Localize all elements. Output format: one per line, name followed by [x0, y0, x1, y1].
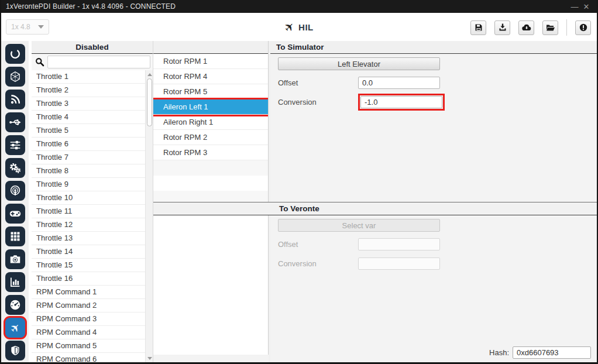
transfer-item-label: Rotor RPM 3 — [163, 148, 207, 157]
shield-icon — [9, 345, 21, 356]
disabled-list-item[interactable]: Throttle 3 — [32, 97, 145, 111]
sidebar-item-ring[interactable] — [5, 44, 25, 64]
disabled-list-item[interactable]: RPM Command 6 — [32, 353, 145, 363]
sidebar-item-gauge[interactable] — [5, 295, 25, 315]
sidebar-item-joystick[interactable] — [5, 204, 25, 224]
cloud-download-button[interactable] — [518, 20, 534, 35]
scrollbar[interactable] — [145, 70, 153, 363]
rss-icon — [9, 94, 21, 105]
veronte-offset-label: Offset — [278, 240, 358, 249]
disabled-list-item[interactable]: Throttle 1 — [32, 70, 145, 84]
transfer-list-item[interactable]: Aileron Left 1 — [153, 99, 268, 115]
disabled-list-item[interactable]: Throttle 4 — [32, 111, 145, 124]
conversion-input[interactable] — [360, 96, 442, 108]
transfer-column: Rotor RPM 1Rotor RPM 4Rotor RPM 5Aileron… — [153, 41, 269, 202]
transfer-item-label: Rotor RPM 5 — [163, 87, 207, 96]
sidebar-item-sensor[interactable] — [5, 181, 25, 201]
search-input[interactable] — [47, 56, 150, 68]
disabled-list-item[interactable]: Throttle 13 — [32, 232, 145, 245]
open-file-button[interactable] — [542, 20, 558, 35]
export-button[interactable] — [494, 20, 510, 35]
joystick-icon — [9, 207, 22, 220]
sidebar-item-hil[interactable]: ✈ — [5, 318, 25, 338]
offset-input[interactable] — [358, 77, 440, 89]
disabled-list-item[interactable]: Throttle 16 — [32, 272, 145, 286]
scroll-down-icon[interactable] — [147, 357, 152, 360]
close-button[interactable]: ✕ — [580, 2, 592, 11]
sidebar-item-safety[interactable] — [5, 341, 25, 360]
disabled-list-item[interactable]: Throttle 9 — [32, 178, 145, 191]
version-dropdown[interactable]: 1x 4.8 — [6, 19, 49, 35]
veronte-variable-button[interactable]: Select var — [278, 219, 440, 232]
disabled-list: Throttle 1Throttle 2Throttle 3Throttle 4… — [32, 70, 145, 363]
disabled-list-item[interactable]: Throttle 15 — [32, 259, 145, 272]
save-button[interactable] — [470, 20, 486, 35]
sidebar-item-usb[interactable] — [5, 112, 25, 132]
sidebar: ✈ — [1, 41, 32, 363]
veronte-offset-input[interactable] — [358, 238, 440, 250]
grid-icon — [9, 231, 21, 242]
disabled-list-item[interactable]: Throttle 6 — [32, 138, 145, 151]
transfer-list-item[interactable]: Rotor RPM 2 — [153, 130, 268, 145]
transfer-list-item[interactable]: Rotor RPM 5 — [153, 84, 268, 99]
bar-chart-icon — [9, 276, 21, 288]
scroll-up-icon[interactable] — [147, 73, 152, 76]
disabled-list-item[interactable]: Throttle 10 — [32, 191, 145, 205]
veronte-conversion-row: Conversion — [278, 256, 597, 270]
camera-icon — [9, 253, 22, 266]
mesh-hexagon-icon — [9, 70, 22, 83]
minimize-button[interactable]: — — [569, 2, 580, 11]
veronte-offset-row: Offset — [278, 237, 597, 251]
search-row — [32, 54, 153, 70]
transfer-list-item[interactable]: Rotor RPM 4 — [153, 69, 268, 84]
disabled-list-item[interactable]: RPM Command 2 — [32, 299, 145, 313]
sidebar-item-telemetry[interactable] — [5, 90, 25, 109]
sensor-antenna-icon — [9, 184, 22, 197]
plane-icon: ✈ — [282, 19, 297, 35]
disabled-list-item[interactable]: Throttle 8 — [32, 164, 145, 178]
usb-icon — [9, 116, 22, 129]
sidebar-item-automations[interactable] — [5, 158, 25, 178]
disabled-list-item[interactable]: RPM Command 3 — [32, 313, 145, 326]
titlebar: 1xVerontePDI Builder - 1x v4.8 4096 - CO… — [1, 0, 597, 13]
disabled-list-item[interactable]: Throttle 2 — [32, 84, 145, 97]
transfer-item-label: Aileron Right 1 — [163, 118, 213, 126]
offset-row: Offset — [278, 75, 597, 90]
main-area: Rotor RPM 1Rotor RPM 4Rotor RPM 5Aileron… — [153, 41, 597, 363]
empty-row — [153, 191, 268, 202]
info-button[interactable] — [575, 20, 591, 35]
disabled-list-item[interactable]: Throttle 5 — [32, 124, 145, 138]
disabled-list-item[interactable]: Throttle 11 — [32, 205, 145, 218]
disabled-list-item[interactable]: RPM Command 5 — [32, 339, 145, 353]
to-simulator-panel: To Simulator Left Elevator Offset Conver… — [269, 41, 597, 202]
disabled-list-item[interactable]: Throttle 12 — [32, 218, 145, 232]
sidebar-item-mesh[interactable] — [5, 67, 25, 87]
disabled-list-wrap: Throttle 1Throttle 2Throttle 3Throttle 4… — [32, 70, 153, 363]
to-veronte-panel: To Veronte Select var Offset Conversion — [153, 202, 597, 363]
disabled-list-item[interactable]: Throttle 14 — [32, 245, 145, 259]
sidebar-item-matrix[interactable] — [5, 226, 25, 246]
hash-input[interactable] — [513, 346, 591, 359]
toolbar-actions — [470, 19, 591, 36]
to-simulator-header: To Simulator — [270, 41, 597, 54]
transfer-item-label: Rotor RPM 2 — [163, 133, 207, 142]
simulator-variable-button[interactable]: Left Elevator — [278, 57, 440, 70]
disabled-list-item[interactable]: RPM Command 4 — [32, 326, 145, 339]
version-dropdown-value: 1x 4.8 — [11, 23, 30, 31]
disabled-list-item[interactable]: RPM Command 1 — [32, 286, 145, 299]
sidebar-item-charts[interactable] — [5, 272, 25, 292]
transfer-list-item[interactable]: Rotor RPM 1 — [153, 54, 268, 69]
to-veronte-form: Select var Offset Conversion Hash: — [269, 215, 597, 363]
scrollbar-thumb[interactable] — [147, 78, 152, 126]
save-icon — [475, 23, 483, 32]
transfer-list-item[interactable]: Aileron Right 1 — [153, 115, 268, 130]
sidebar-item-settings-sliders[interactable] — [5, 135, 25, 155]
window-title: 1xVerontePDI Builder - 1x v4.8 4096 - CO… — [6, 2, 569, 11]
cloud-download-icon — [522, 23, 531, 32]
veronte-conversion-input[interactable] — [358, 257, 440, 270]
ring-icon — [9, 47, 22, 60]
disabled-list-item[interactable]: Throttle 7 — [32, 151, 145, 164]
sidebar-item-camera[interactable] — [5, 249, 25, 269]
offset-label: Offset — [278, 78, 358, 87]
transfer-list-item[interactable]: Rotor RPM 3 — [153, 145, 268, 160]
